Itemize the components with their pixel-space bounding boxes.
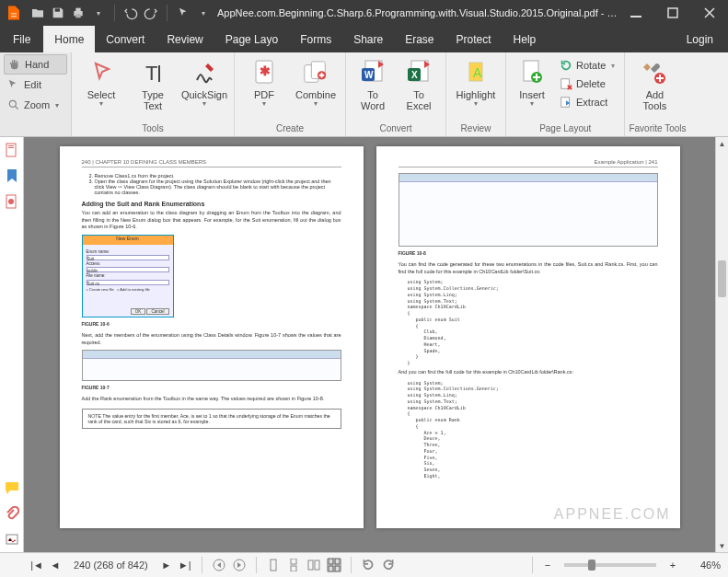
hand-label: Hand xyxy=(25,59,49,70)
svg-rect-27 xyxy=(8,145,14,146)
pages-viewport[interactable]: 240 | CHAPTER 10 DEFINING CLASS MEMBERS … xyxy=(24,137,715,552)
note-box: NOTE The value entry for the first membe… xyxy=(82,409,341,429)
signatures-panel-icon[interactable] xyxy=(5,532,19,547)
print-icon[interactable] xyxy=(70,4,87,22)
svg-text:T: T xyxy=(145,62,157,85)
zoom-in-button[interactable]: + xyxy=(665,558,680,572)
prev-page-button[interactable]: ◄ xyxy=(48,558,63,572)
play-next-icon[interactable] xyxy=(232,558,247,572)
last-page-button[interactable]: ►| xyxy=(178,558,192,572)
play-prev-icon[interactable] xyxy=(212,558,226,572)
tab-convert[interactable]: Convert xyxy=(95,26,156,52)
cursor-dropdown-icon[interactable]: ▾ xyxy=(195,4,212,22)
first-page-button[interactable]: |◄ xyxy=(29,558,44,572)
open-icon[interactable] xyxy=(29,4,46,22)
zoom-slider-knob[interactable] xyxy=(588,560,595,571)
toexcel-button[interactable]: X To Excel xyxy=(396,54,442,111)
rotate-cw-icon[interactable] xyxy=(381,558,396,572)
menubar: File Home Convert Review Page Layo Forms… xyxy=(0,26,728,52)
svg-rect-38 xyxy=(315,560,319,570)
cursor-tool-icon[interactable] xyxy=(175,4,191,22)
single-page-view-icon[interactable] xyxy=(266,558,281,572)
ribbon-group-tools-label: Tools xyxy=(75,123,230,136)
ribbon: Hand Edit Zoom ▾ Select T Type Text Quic… xyxy=(0,52,728,137)
tab-pagelayout[interactable]: Page Layo xyxy=(214,26,289,52)
redo-icon[interactable] xyxy=(143,4,159,22)
scroll-down-icon[interactable]: ▼ xyxy=(716,539,728,552)
rotate-ccw-icon[interactable] xyxy=(361,558,376,572)
continuous-view-icon[interactable] xyxy=(286,558,301,572)
select-button[interactable]: Select xyxy=(75,54,127,109)
svg-rect-35 xyxy=(291,559,296,564)
svg-rect-0 xyxy=(55,8,60,11)
zoom-label: Zoom xyxy=(24,99,50,110)
svg-text:✱: ✱ xyxy=(260,63,271,78)
page-number-display[interactable]: 240 (268 of 842) xyxy=(66,560,156,571)
undo-icon[interactable] xyxy=(122,4,139,22)
rotate-button[interactable]: Rotate▾ xyxy=(554,56,620,75)
svg-text:A: A xyxy=(473,65,482,80)
facing-continuous-view-icon[interactable] xyxy=(327,558,341,572)
svg-rect-31 xyxy=(6,535,17,544)
svg-rect-41 xyxy=(329,566,333,571)
quicksign-button[interactable]: QuickSign xyxy=(179,54,230,109)
page-right: Example Application | 241 FIGURE 10-8 Yo… xyxy=(376,146,680,528)
ribbon-group-review-label: Review xyxy=(450,123,502,136)
svg-rect-36 xyxy=(291,566,296,571)
tab-erase[interactable]: Erase xyxy=(394,26,445,52)
tab-help[interactable]: Help xyxy=(503,26,548,52)
scroll-thumb[interactable] xyxy=(718,260,726,297)
vertical-scrollbar[interactable]: ▲ ▼ xyxy=(715,137,728,552)
maximize-button[interactable] xyxy=(654,0,691,26)
ribbon-group-tools: Select T Type Text QuickSign Tools xyxy=(72,52,235,136)
save-icon[interactable] xyxy=(50,4,66,22)
figure-10-6: New Enum Enum name:SuitAccess:publicFile… xyxy=(82,235,174,317)
comments-panel-icon[interactable] xyxy=(5,480,19,495)
zoom-tool[interactable]: Zoom ▾ xyxy=(4,95,67,115)
login-link[interactable]: Login xyxy=(672,26,728,52)
layers-panel-icon[interactable] xyxy=(5,194,19,209)
addtools-button[interactable]: Add Tools xyxy=(629,54,680,111)
facing-view-icon[interactable] xyxy=(306,558,321,572)
svg-rect-42 xyxy=(335,566,340,571)
bookmarks-panel-icon[interactable] xyxy=(5,168,19,183)
extract-button[interactable]: Extract xyxy=(554,93,620,111)
statusbar: |◄ ◄ 240 (268 of 842) ► ►| − + 46% xyxy=(0,552,728,577)
tab-review[interactable]: Review xyxy=(156,26,214,52)
qat-dropdown-icon[interactable]: ▾ xyxy=(90,4,107,22)
quick-access-toolbar: ▾ ▾ xyxy=(29,4,212,22)
combine-button[interactable]: Combine xyxy=(290,54,341,109)
pdf-button[interactable]: ✱ PDF xyxy=(238,54,290,109)
tab-protect[interactable]: Protect xyxy=(445,26,503,52)
svg-rect-7 xyxy=(158,65,160,82)
zoom-out-button[interactable]: − xyxy=(540,558,555,572)
pages-panel-icon[interactable] xyxy=(5,143,19,157)
app-icon xyxy=(6,5,22,21)
file-menu[interactable]: File xyxy=(0,26,43,52)
edit-tool[interactable]: Edit xyxy=(4,75,67,95)
svg-rect-28 xyxy=(8,147,14,148)
zoom-slider[interactable] xyxy=(564,563,656,567)
minimize-button[interactable] xyxy=(618,0,654,26)
attachments-panel-icon[interactable] xyxy=(5,506,19,521)
typetext-button[interactable]: T Type Text xyxy=(127,54,179,111)
workspace: 240 | CHAPTER 10 DEFINING CLASS MEMBERS … xyxy=(0,137,728,552)
tab-forms[interactable]: Forms xyxy=(289,26,342,52)
delete-button[interactable]: Delete xyxy=(554,75,620,93)
tab-home[interactable]: Home xyxy=(43,26,95,52)
highlight-button[interactable]: A Highlight xyxy=(450,54,502,109)
scroll-up-icon[interactable]: ▲ xyxy=(716,137,728,150)
tab-share[interactable]: Share xyxy=(342,26,394,52)
insert-button[interactable]: Insert xyxy=(510,54,554,109)
page-left: 240 | CHAPTER 10 DEFINING CLASS MEMBERS … xyxy=(60,146,364,528)
svg-rect-39 xyxy=(329,559,333,564)
titlebar: ▾ ▾ AppNee.com.Beginning.C.Sharp.6.Progr… xyxy=(0,0,728,26)
ribbon-group-create-label: Create xyxy=(238,123,341,136)
zoom-percent[interactable]: 46% xyxy=(684,560,721,571)
svg-point-30 xyxy=(8,199,14,204)
hand-tool[interactable]: Hand xyxy=(4,54,67,75)
svg-rect-34 xyxy=(271,560,276,571)
toword-button[interactable]: W To Word xyxy=(350,54,396,111)
next-page-button[interactable]: ► xyxy=(159,558,174,572)
close-button[interactable] xyxy=(691,0,728,26)
